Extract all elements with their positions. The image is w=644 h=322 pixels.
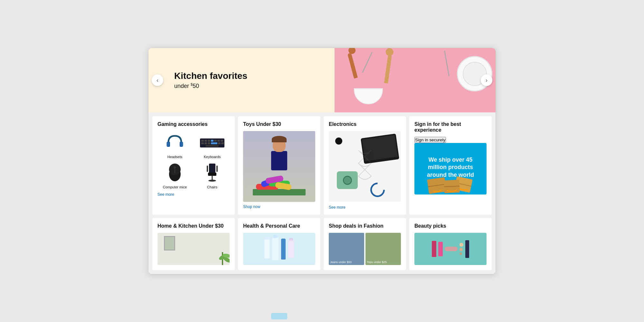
mice-label: Computer mice <box>157 185 192 189</box>
svg-rect-2 <box>166 142 169 146</box>
svg-rect-18 <box>206 145 219 147</box>
lipstick <box>432 241 436 257</box>
svg-rect-17 <box>221 142 224 144</box>
beauty-image <box>414 233 487 265</box>
home-kitchen-card: Home & Kitchen Under $30 <box>152 218 235 270</box>
gaming-card: Gaming accessories Headsets <box>152 116 235 215</box>
table <box>253 189 306 195</box>
signin-card-title: Sign in for the best experience <box>414 121 487 133</box>
dna-decoration <box>352 147 378 186</box>
svg-rect-27 <box>207 166 208 172</box>
svg-point-26 <box>208 180 216 182</box>
gaming-item-mice[interactable]: Computer mice <box>157 161 192 189</box>
left-arrow-icon: ‹ <box>156 77 158 84</box>
svg-rect-8 <box>211 140 213 142</box>
home-kitchen-image <box>157 233 230 265</box>
spoon2-head <box>385 48 394 56</box>
lipstick2 <box>438 242 443 256</box>
beauty-card-title: Beauty picks <box>414 223 487 229</box>
keyboard-image <box>195 131 230 154</box>
toys-card-title: Toys Under $30 <box>243 121 315 127</box>
fashion-tops: Tops under $25 <box>365 233 401 265</box>
beauty-dot1 <box>459 243 463 247</box>
electronics-image <box>329 131 401 202</box>
bottle-cap2 <box>273 235 277 238</box>
beauty-dot2 <box>459 248 463 251</box>
svg-rect-24 <box>208 173 216 176</box>
svg-rect-3 <box>181 142 183 146</box>
toys-shop-now[interactable]: Shop now <box>243 204 315 209</box>
plate-decoration <box>457 56 492 91</box>
speaker <box>335 137 342 145</box>
chair-icon <box>204 163 220 182</box>
fashion-card-title: Shop deals in Fashion <box>329 223 401 229</box>
gaming-see-more[interactable]: See more <box>157 192 230 197</box>
compact <box>445 247 458 251</box>
svg-rect-5 <box>201 140 204 142</box>
electronics-see-more[interactable]: See more <box>329 205 401 210</box>
whisk2-handle <box>444 51 450 76</box>
svg-rect-14 <box>208 142 210 144</box>
tops-label: Tops under $25 <box>367 260 400 264</box>
headset-icon <box>165 133 185 152</box>
svg-rect-13 <box>204 142 207 144</box>
bottle2 <box>272 238 279 260</box>
health-card: Health & Personal Care <box>238 218 320 270</box>
bottle-cap1 <box>265 237 269 240</box>
hero-image <box>335 48 496 112</box>
hero-text-block: Kitchen favorites under $50 <box>148 71 335 90</box>
frame-content <box>165 237 174 250</box>
svg-rect-9 <box>214 140 217 142</box>
right-arrow-icon: › <box>486 77 488 84</box>
wall-frame <box>164 236 175 251</box>
signin-card: Sign in for the best experience Sign in … <box>409 116 492 215</box>
health-image <box>243 233 315 265</box>
jeans-label: Jeans under $50 <box>330 260 363 264</box>
spoon-decoration <box>347 53 358 79</box>
fashion-jeans: Jeans under $50 <box>329 233 364 265</box>
gaming-card-title: Gaming accessories <box>157 121 230 127</box>
plant <box>222 252 223 265</box>
svg-rect-28 <box>216 166 218 172</box>
chair-image <box>195 161 230 184</box>
toys-card: Toys Under $30 <box>238 116 320 215</box>
child-head <box>273 137 286 152</box>
svg-rect-7 <box>208 140 210 142</box>
gaming-item-keyboards[interactable]: Keyboards <box>195 131 230 159</box>
bottle3 <box>288 240 294 258</box>
chairs-label: Chairs <box>195 185 230 189</box>
bowl-decoration <box>354 88 383 104</box>
child-body <box>271 151 287 170</box>
svg-rect-12 <box>201 142 204 144</box>
toothbrush <box>281 239 286 260</box>
keyboard-icon <box>199 136 225 149</box>
beauty-dot3 <box>459 252 462 255</box>
beauty-card: Beauty picks <box>409 218 492 270</box>
gaming-item-headsets[interactable]: Headsets <box>157 131 192 159</box>
browser-window: ‹ Kitchen favorites under $50 › <box>148 48 496 274</box>
hero-banner: ‹ Kitchen favorites under $50 › <box>148 48 496 112</box>
svg-rect-23 <box>209 164 215 173</box>
main-grid: Gaming accessories Headsets <box>148 112 496 274</box>
hero-prev-button[interactable]: ‹ <box>152 74 163 86</box>
spoon2-decoration <box>384 54 392 84</box>
svg-point-22 <box>174 166 176 168</box>
child-hair <box>272 136 287 142</box>
electronics-card-title: Electronics <box>329 121 401 127</box>
camera-lens <box>343 176 352 185</box>
signin-button[interactable]: Sign in securely <box>414 137 446 143</box>
mouse-image <box>157 161 192 184</box>
hero-subtitle: under $50 <box>174 82 335 90</box>
svg-rect-6 <box>204 140 207 142</box>
toys-image <box>243 131 315 202</box>
shipping-text: We ship over 45 million products around … <box>420 156 481 179</box>
svg-rect-11 <box>221 140 223 142</box>
hero-title: Kitchen favorites <box>174 71 335 81</box>
hero-next-button[interactable]: › <box>481 74 492 86</box>
bottle-cap3 <box>289 238 293 241</box>
svg-rect-10 <box>217 140 220 142</box>
health-card-title: Health & Personal Care <box>243 223 315 229</box>
bottle1 <box>264 239 270 259</box>
beauty-dots <box>459 243 463 255</box>
gaming-item-chairs[interactable]: Chairs <box>195 161 230 189</box>
